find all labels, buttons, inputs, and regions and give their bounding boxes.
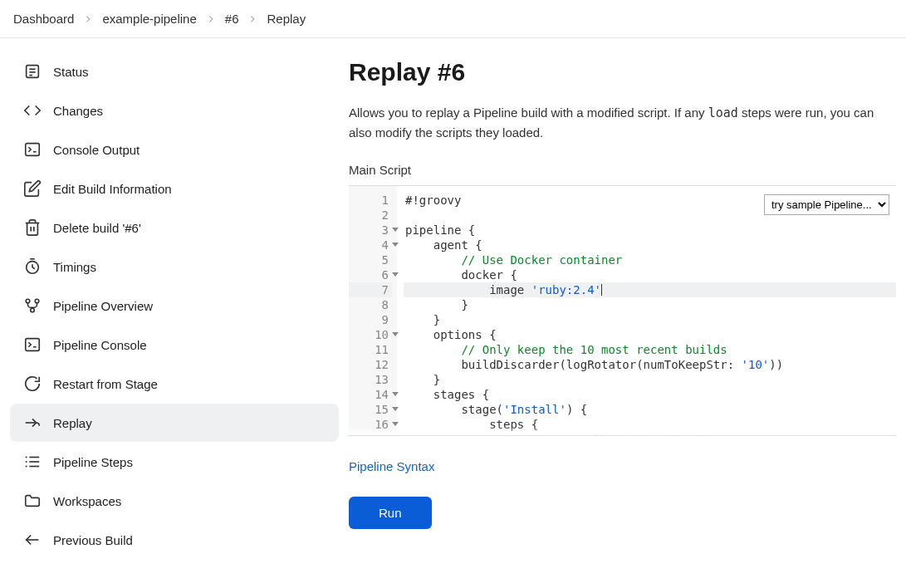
sidebar-item-previous-build[interactable]: Previous Build [10, 521, 339, 559]
sidebar-item-timings[interactable]: Timings [10, 247, 339, 286]
desc-code: load [708, 105, 738, 120]
gutter-line: 1 [349, 193, 392, 208]
status-icon [23, 62, 42, 81]
chevron-right-icon [205, 13, 217, 25]
sidebar-item-restart-from-stage[interactable]: Restart from Stage [10, 365, 339, 403]
svg-rect-4 [26, 144, 40, 156]
script-label: Main Script [349, 163, 896, 177]
timer-icon [23, 257, 42, 276]
code-line[interactable]: stage('Install') { [404, 402, 896, 417]
gutter-line: 11 [349, 342, 392, 357]
chevron-right-icon [82, 13, 94, 25]
sidebar-item-label: Previous Build [53, 533, 133, 547]
code-line[interactable]: } [404, 297, 896, 312]
sidebar-item-edit-build-information[interactable]: Edit Build Information [10, 169, 339, 208]
back-icon [23, 531, 42, 549]
breadcrumb-item[interactable]: Dashboard [13, 12, 74, 26]
gutter-line: 2 [349, 208, 392, 223]
sidebar-item-label: Workspaces [53, 494, 121, 508]
gutter-line: 7 [349, 282, 392, 297]
code-line[interactable]: stages { [404, 387, 896, 402]
trash-icon [23, 218, 42, 237]
steps-icon [23, 453, 42, 471]
edit-icon [23, 179, 42, 198]
sidebar-item-replay[interactable]: Replay [10, 404, 339, 442]
gutter-line: 15 [349, 402, 392, 417]
sidebar-item-pipeline-console[interactable]: Pipeline Console [10, 326, 339, 364]
code-line[interactable]: } [404, 312, 896, 327]
code-line[interactable]: pipeline { [404, 223, 896, 238]
sidebar-item-label: Console Output [53, 143, 140, 157]
page-description: Allows you to replay a Pipeline build wi… [349, 103, 896, 143]
page-title: Replay #6 [349, 58, 896, 86]
sidebar-item-label: Pipeline Steps [53, 455, 133, 469]
sidebar-item-workspaces[interactable]: Workspaces [10, 482, 339, 520]
editor-code[interactable]: #!groovypipeline { agent { // Use Docker… [397, 186, 896, 435]
gutter-line: 3 [349, 223, 392, 238]
chevron-right-icon [247, 13, 258, 25]
gutter-line: 14 [349, 387, 392, 402]
sample-pipeline-select[interactable]: try sample Pipeline... [764, 194, 889, 215]
sidebar-item-label: Replay [53, 416, 92, 430]
svg-point-13 [35, 299, 39, 303]
sidebar-item-label: Delete build '#6' [53, 221, 141, 235]
gutter-line: 6 [349, 267, 392, 282]
sidebar-item-status[interactable]: Status [10, 52, 339, 91]
code-line[interactable]: } [404, 372, 896, 387]
code-line[interactable]: // Use Docker container [404, 252, 896, 267]
gutter-line: 5 [349, 252, 392, 267]
sidebar-item-delete-build-6[interactable]: Delete build '#6' [10, 208, 339, 247]
sidebar-item-label: Pipeline Overview [53, 299, 153, 313]
breadcrumb-item[interactable]: #6 [225, 12, 239, 26]
svg-point-12 [26, 299, 30, 303]
restart-icon [23, 375, 42, 393]
pipeline-syntax-link[interactable]: Pipeline Syntax [349, 459, 434, 473]
svg-rect-16 [26, 339, 40, 351]
code-line[interactable]: agent { [404, 238, 896, 252]
sidebar: StatusChangesConsole OutputEdit Build In… [0, 38, 349, 573]
console-icon [23, 140, 42, 159]
breadcrumb-item[interactable]: Replay [267, 12, 306, 26]
editor-gutter: 1234567891011121314151617 [349, 186, 397, 435]
gutter-line: 12 [349, 357, 392, 372]
replay-icon [23, 414, 42, 432]
code-line[interactable]: image 'ruby:2.4' [404, 282, 896, 297]
sidebar-item-label: Status [53, 65, 89, 79]
branch-icon [23, 296, 42, 315]
code-line[interactable]: options { [404, 327, 896, 342]
code-editor[interactable]: try sample Pipeline... 12345678910111213… [349, 185, 896, 436]
sidebar-item-pipeline-overview[interactable]: Pipeline Overview [10, 287, 339, 325]
code-line[interactable]: echo 'Installing dependencies...' [404, 432, 896, 435]
breadcrumb-item[interactable]: example-pipeline [102, 12, 196, 26]
gutter-line: 9 [349, 312, 392, 327]
gutter-line: 16 [349, 417, 392, 432]
gutter-line: 10 [349, 327, 392, 342]
svg-line-10 [32, 267, 35, 269]
breadcrumb: Dashboardexample-pipeline#6Replay [0, 0, 906, 38]
sidebar-item-changes[interactable]: Changes [10, 91, 339, 130]
desc-text: Allows you to replay a Pipeline build wi… [349, 105, 708, 120]
sidebar-item-label: Timings [53, 260, 96, 274]
gutter-line: 8 [349, 297, 392, 312]
gutter-line: 17 [349, 432, 392, 435]
code-line[interactable]: docker { [404, 267, 896, 282]
sidebar-item-label: Restart from Stage [53, 377, 158, 391]
run-button[interactable]: Run [349, 497, 432, 529]
main-content: Replay #6 Allows you to replay a Pipelin… [349, 38, 906, 573]
changes-icon [23, 101, 42, 120]
code-line[interactable]: // Only keep the 10 most recent builds [404, 342, 896, 357]
gutter-line: 13 [349, 372, 392, 387]
gutter-line: 4 [349, 238, 392, 252]
sidebar-item-pipeline-steps[interactable]: Pipeline Steps [10, 443, 339, 481]
sidebar-item-label: Edit Build Information [53, 182, 172, 196]
sidebar-item-console-output[interactable]: Console Output [10, 130, 339, 169]
sidebar-item-label: Changes [53, 104, 103, 118]
console-icon [23, 336, 42, 354]
folder-icon [23, 492, 42, 510]
sidebar-item-label: Pipeline Console [53, 338, 147, 352]
svg-point-14 [31, 308, 35, 312]
code-line[interactable]: steps { [404, 417, 896, 432]
code-line[interactable]: buildDiscarder(logRotator(numToKeepStr: … [404, 357, 896, 372]
